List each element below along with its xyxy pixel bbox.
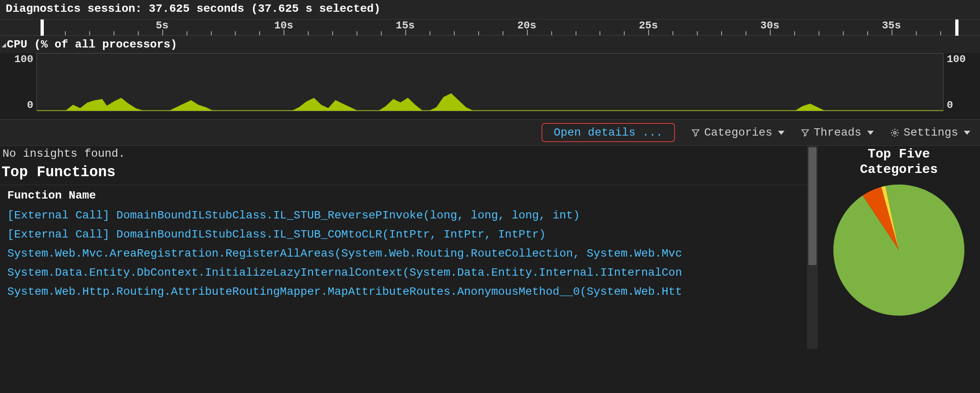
categories-filter[interactable]: Categories [691,126,784,139]
ruler-tick-minor [819,31,819,35]
pie-title-line2: Categories [860,162,938,177]
ruler-tick-label: 10s [274,19,293,32]
settings-label: Settings [904,126,958,139]
chevron-down-icon [867,131,874,135]
ruler-tick-label: 35s [882,19,901,32]
ruler-tick-minor [576,31,576,35]
ruler-tick-minor [673,31,673,35]
ruler-tick-minor [746,31,746,35]
collapse-triangle-icon: ◢ [2,40,6,49]
pie-chart[interactable] [830,181,968,322]
ruler-tick-minor [916,31,917,35]
function-row[interactable]: System.Web.Mvc.AreaRegistration.Register… [0,244,807,263]
ruler-tick-label: 20s [517,19,536,32]
cpu-section-header[interactable]: ◢ CPU (% of all processors) [0,36,980,53]
ruler-tick-minor [138,31,139,35]
ruler-tick-minor [430,31,430,35]
toolbar: Open details ... Categories Threads Sett… [0,120,980,146]
ruler-tick-minor [624,31,625,35]
right-panel: Top Five Categories [818,146,980,349]
ruler-tick-minor [211,31,212,35]
ruler-tick-label: 5s [156,19,168,32]
ruler-tick-minor [65,31,66,35]
cpu-y-axis-right: 100 0 [943,53,980,119]
function-name-column-header[interactable]: Function Name [0,185,807,206]
open-details-link[interactable]: Open details ... [542,123,675,142]
chevron-down-icon [778,131,784,135]
ruler-tick-minor [308,31,309,35]
cpu-graph-row: 100 0 100 0 [0,53,980,120]
function-row[interactable]: [External Call] DomainBoundILStubClass.I… [0,225,807,244]
ruler-tick-minor [89,31,90,35]
session-header: Diagnostics session: 37.625 seconds (37.… [0,0,980,19]
ruler-tick-minor [503,31,503,35]
settings-menu[interactable]: Settings [890,126,970,139]
ruler-tick-minor [381,31,382,35]
function-row[interactable]: System.Data.Entity.DbContext.InitializeL… [0,263,807,282]
ruler-tick-minor [357,31,357,35]
ruler-tick-minor [187,31,187,35]
svg-point-1 [894,132,896,134]
ruler-tick-minor [867,31,868,35]
cpu-ymax-left: 100 [14,53,33,65]
vertical-scrollbar[interactable] [807,146,818,349]
left-panel: No insights found. Top Functions Functio… [0,146,807,349]
gear-icon [890,128,900,138]
cpu-label: CPU (% of all processors) [7,38,177,51]
cpu-ymin-right: 0 [947,99,953,111]
cpu-ymax-right: 100 [947,53,966,65]
ruler-tick-minor [940,31,941,35]
cpu-y-axis-left: 100 0 [0,53,37,119]
time-ruler[interactable]: 5s10s15s20s25s30s35s [0,19,980,36]
ruler-tick-minor [114,31,114,35]
threads-label: Threads [814,126,862,139]
ruler-tick-label: 15s [396,19,415,32]
insights-text: No insights found. [0,146,807,162]
ruler-tick-minor [454,31,455,35]
ruler-tick-minor [235,31,236,35]
ruler-tick-minor [551,31,552,35]
filter-icon [691,128,700,137]
function-row[interactable]: [External Call] DomainBoundILStubClass.I… [0,206,807,225]
filter-icon [801,128,810,137]
top-functions-title: Top Functions [0,162,807,185]
pie-title: Top Five Categories [860,147,938,178]
selection-handle-right[interactable] [955,19,959,36]
selection-handle-left[interactable] [41,19,44,36]
ruler-tick-label: 25s [639,19,658,32]
lower-area: No insights found. Top Functions Functio… [0,146,980,349]
function-row[interactable]: System.Web.Http.Routing.AttributeRouting… [0,282,807,301]
ruler-tick-minor [259,31,260,35]
ruler-tick-minor [600,31,600,35]
ruler-tick-minor [721,31,722,35]
pie-title-line1: Top Five [860,147,938,162]
categories-label: Categories [704,126,772,139]
ruler-tick-label: 30s [761,19,780,32]
ruler-tick-minor [697,31,698,35]
ruler-tick-minor [332,31,333,35]
cpu-graph[interactable] [37,53,943,111]
chevron-down-icon [964,131,970,135]
scrollbar-thumb[interactable] [808,147,817,265]
ruler-tick-minor [794,31,795,35]
cpu-ymin-left: 0 [27,99,33,111]
threads-filter[interactable]: Threads [801,126,874,139]
ruler-tick-minor [478,31,479,35]
ruler-tick-minor [843,31,844,35]
